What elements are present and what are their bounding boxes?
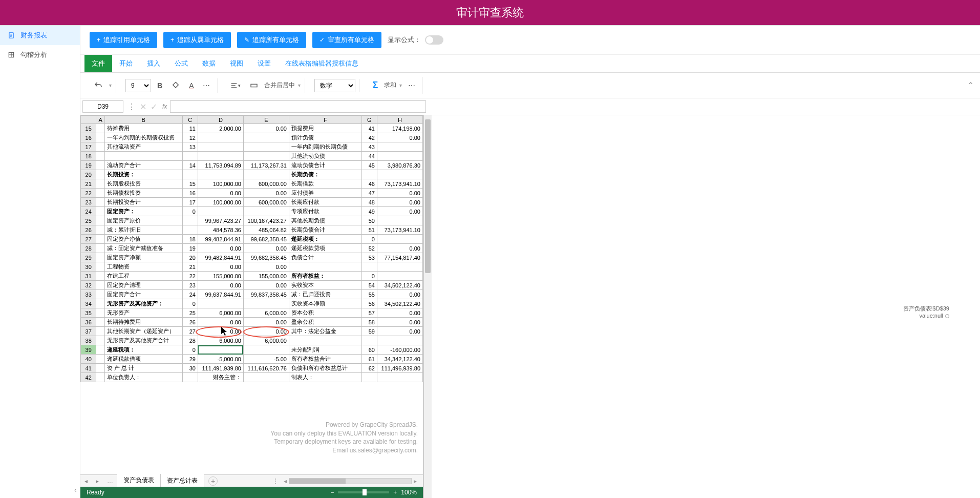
cell[interactable]: 17 bbox=[182, 198, 198, 207]
sidebar-item-analysis[interactable]: 勾稽分析 bbox=[0, 45, 80, 65]
cell[interactable]: 0.00 bbox=[377, 244, 422, 253]
cell[interactable] bbox=[289, 262, 361, 272]
sidebar-item-finance[interactable]: 财务报表 bbox=[0, 26, 80, 45]
row-header[interactable]: 27 bbox=[81, 235, 96, 244]
cell[interactable] bbox=[96, 133, 105, 142]
cell[interactable]: 0.00 bbox=[198, 244, 243, 253]
cell[interactable]: 固定资产净额 bbox=[104, 253, 182, 262]
cell[interactable]: 11 bbox=[182, 124, 198, 133]
cell[interactable]: 未分配利润 bbox=[289, 345, 361, 355]
row-header[interactable]: 28 bbox=[81, 244, 96, 253]
cell[interactable]: 41 bbox=[361, 124, 377, 133]
more-button[interactable]: ⋯ bbox=[405, 78, 418, 93]
cell[interactable]: 46 bbox=[361, 179, 377, 189]
cell[interactable]: 18 bbox=[182, 235, 198, 244]
cell[interactable]: 0.00 bbox=[377, 207, 422, 216]
cell[interactable]: 0.00 bbox=[243, 124, 289, 133]
cell[interactable]: 99,482,844.91 bbox=[198, 253, 243, 262]
cell[interactable]: 其他流动资产 bbox=[104, 142, 182, 152]
row-header[interactable]: 39 bbox=[81, 345, 96, 355]
cell[interactable] bbox=[198, 152, 243, 161]
cell[interactable] bbox=[377, 142, 422, 152]
cell[interactable]: 484,578.36 bbox=[198, 225, 243, 235]
cell[interactable] bbox=[96, 336, 105, 345]
cell[interactable] bbox=[243, 133, 289, 142]
row-header[interactable]: 29 bbox=[81, 253, 96, 262]
cell[interactable]: 73,173,941.10 bbox=[377, 225, 422, 235]
cell[interactable]: 长期债权投资 bbox=[104, 189, 182, 198]
cell[interactable] bbox=[96, 262, 105, 272]
hscroll-divider-icon[interactable]: ⋮ bbox=[272, 478, 282, 485]
cell[interactable]: 100,167,423.27 bbox=[243, 216, 289, 225]
cell[interactable]: 99,637,844.91 bbox=[198, 290, 243, 299]
cell[interactable]: 34,342,122.40 bbox=[377, 355, 422, 364]
cell[interactable]: 0.00 bbox=[377, 198, 422, 207]
cell[interactable]: 57 bbox=[361, 308, 377, 318]
cell[interactable] bbox=[361, 170, 377, 179]
cell[interactable]: 其中：法定公益金 bbox=[289, 327, 361, 336]
cell[interactable]: 0 bbox=[182, 345, 198, 355]
cell[interactable]: 100,000.00 bbox=[198, 179, 243, 189]
merge-button[interactable] bbox=[247, 78, 261, 93]
cell[interactable]: 11,173,267.31 bbox=[243, 161, 289, 170]
cell[interactable] bbox=[96, 216, 105, 225]
cell[interactable]: 递延税款贷项 bbox=[289, 244, 361, 253]
cell[interactable]: 30 bbox=[182, 364, 198, 373]
cell[interactable]: 111,491,939.80 bbox=[198, 364, 243, 373]
cell[interactable]: 0.00 bbox=[198, 189, 243, 198]
cell[interactable]: 无形资产及其他资产： bbox=[104, 299, 182, 308]
hscroll-right-icon[interactable]: ▸ bbox=[412, 478, 419, 485]
cell[interactable]: -5.00 bbox=[243, 355, 289, 364]
cell[interactable]: 长期投资： bbox=[104, 170, 182, 179]
row-header[interactable]: 32 bbox=[81, 281, 96, 290]
cell[interactable]: 6,000.00 bbox=[243, 308, 289, 318]
cell[interactable]: 26 bbox=[182, 318, 198, 327]
formula-input[interactable] bbox=[170, 100, 426, 113]
cell[interactable] bbox=[96, 290, 105, 299]
cell[interactable]: 所有者权益合计 bbox=[289, 355, 361, 364]
cell[interactable] bbox=[198, 345, 243, 355]
row-header[interactable]: 20 bbox=[81, 170, 96, 179]
cell[interactable] bbox=[243, 345, 289, 355]
col-header[interactable]: H bbox=[377, 116, 422, 124]
cell[interactable] bbox=[96, 281, 105, 290]
cell[interactable]: 其他长期资产（递延资产） bbox=[104, 327, 182, 336]
cell[interactable]: 固定资产原价 bbox=[104, 216, 182, 225]
cell[interactable]: 21 bbox=[182, 262, 198, 272]
cell[interactable]: 待摊费用 bbox=[104, 124, 182, 133]
cell[interactable] bbox=[182, 225, 198, 235]
cell[interactable] bbox=[361, 336, 377, 345]
cell[interactable]: 专项应付款 bbox=[289, 207, 361, 216]
dropdown-icon[interactable]: ▾ bbox=[298, 82, 301, 88]
font-size-select[interactable]: 9 bbox=[125, 79, 151, 92]
cell[interactable]: 25 bbox=[182, 308, 198, 318]
cell[interactable]: 55 bbox=[361, 290, 377, 299]
row-header[interactable]: 21 bbox=[81, 179, 96, 189]
cell[interactable]: 递延税项： bbox=[104, 345, 182, 355]
cell[interactable] bbox=[243, 299, 289, 308]
cell[interactable] bbox=[243, 170, 289, 179]
cell[interactable]: 一年内到期的长期负债 bbox=[289, 142, 361, 152]
fill-color-button[interactable] bbox=[168, 78, 183, 93]
cell[interactable]: 工程物资 bbox=[104, 262, 182, 272]
tab-view[interactable]: 视图 bbox=[223, 55, 250, 72]
col-header[interactable]: A bbox=[96, 116, 105, 124]
cell[interactable] bbox=[243, 152, 289, 161]
undo-button[interactable] bbox=[91, 78, 106, 93]
cell[interactable]: 应付债券 bbox=[289, 189, 361, 198]
cell[interactable]: 0.00 bbox=[198, 262, 243, 272]
cell[interactable] bbox=[96, 244, 105, 253]
cell[interactable] bbox=[96, 179, 105, 189]
cell[interactable] bbox=[96, 170, 105, 179]
cell[interactable]: 29 bbox=[182, 355, 198, 364]
col-header[interactable]: F bbox=[289, 116, 361, 124]
cell[interactable] bbox=[96, 364, 105, 373]
tab-insert[interactable]: 插入 bbox=[140, 55, 167, 72]
row-header[interactable]: 34 bbox=[81, 299, 96, 308]
cell[interactable] bbox=[361, 262, 377, 272]
cell[interactable]: 0.00 bbox=[377, 318, 422, 327]
cell[interactable]: 其他流动负债 bbox=[289, 152, 361, 161]
cell[interactable]: 15 bbox=[182, 179, 198, 189]
cell[interactable]: 在建工程 bbox=[104, 272, 182, 281]
cell[interactable]: 预提费用 bbox=[289, 124, 361, 133]
